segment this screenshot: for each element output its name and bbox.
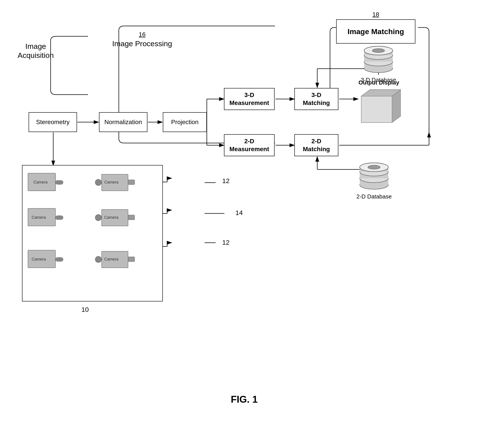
svg-rect-71 (128, 215, 135, 220)
svg-text:Camera: Camera (33, 180, 48, 184)
output-display-icon (357, 87, 401, 127)
svg-rect-60 (56, 216, 63, 220)
diagram-container: Image Acquisition 16 Image Processing 18… (13, 7, 475, 414)
camera-left-3: Camera (27, 249, 66, 272)
box-3d-matching: 3-D Matching (294, 88, 338, 110)
camera-icon-left-3: Camera (27, 249, 66, 271)
ref-12-top: 12 (222, 177, 230, 185)
camera-icon-right-2: Camera (93, 207, 137, 229)
box-3d-measurement: 3-D Measurement (224, 88, 275, 110)
fig-label: FIG. 1 (231, 394, 258, 405)
cylinder-2d-icon (358, 156, 390, 192)
box-2d-measurement: 2-D Measurement (224, 134, 275, 156)
svg-point-64 (95, 179, 101, 185)
box-normalization: Normalization (99, 112, 147, 132)
database-3d: 3-D Database (361, 40, 396, 83)
label-image-acquisition: Image Acquisition (18, 42, 54, 60)
box-stereometry: Stereometry (29, 112, 77, 132)
camera-icon-right-1: Camera (93, 172, 137, 194)
camera-group-box: Camera Camera Camera Ca (22, 165, 163, 301)
ref-16: 16 (112, 31, 172, 38)
cylinder-3d-icon (362, 40, 395, 75)
camera-right-3: Camera (93, 249, 137, 272)
camera-right-1: Camera (93, 172, 137, 195)
label-2d-database: 2-D Database (356, 193, 392, 200)
box-2d-matching: 2-D Matching (294, 134, 338, 156)
svg-rect-63 (56, 257, 63, 261)
svg-point-52 (368, 165, 380, 169)
svg-rect-75 (128, 257, 135, 262)
svg-text:Camera: Camera (104, 257, 119, 261)
svg-rect-67 (128, 180, 135, 185)
svg-text:Camera: Camera (104, 215, 119, 220)
svg-text:Camera: Camera (32, 257, 46, 261)
label-3d-database: 3-D Database (361, 77, 396, 83)
svg-text:Camera: Camera (104, 180, 119, 184)
ref-12-bottom: 12 (222, 239, 230, 246)
ref-18: 18 (336, 11, 415, 18)
camera-left-1: Camera (27, 172, 66, 195)
svg-rect-57 (56, 180, 63, 184)
camera-icon-left-2: Camera (27, 207, 66, 229)
database-2d: 2-D Database (356, 156, 392, 200)
svg-point-43 (372, 49, 385, 53)
svg-point-72 (95, 256, 101, 263)
label-image-processing: 16 Image Processing (112, 31, 172, 48)
camera-icon-right-3: Camera (93, 249, 137, 271)
camera-icon-left-1: Camera (27, 172, 66, 194)
ref-10: 10 (81, 306, 89, 313)
svg-marker-32 (361, 96, 392, 123)
ref-14: 14 (235, 209, 243, 216)
svg-text:Camera: Camera (32, 215, 46, 220)
svg-point-68 (95, 215, 101, 221)
camera-right-2: Camera (93, 207, 137, 230)
camera-left-2: Camera (27, 207, 66, 230)
box-projection: Projection (163, 112, 207, 132)
